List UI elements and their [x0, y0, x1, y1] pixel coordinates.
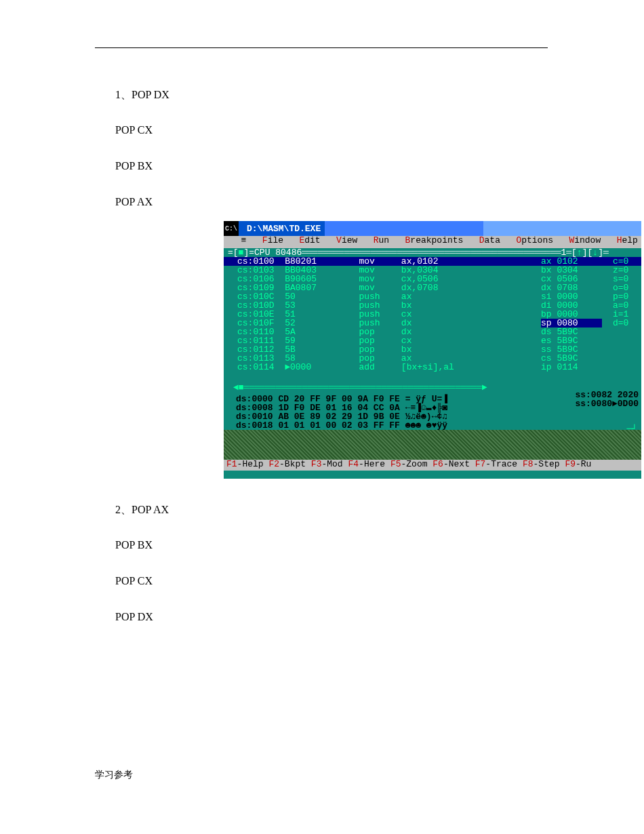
- desktop-background: [224, 430, 641, 460]
- reg-ip[interactable]: ip 0114: [541, 363, 602, 372]
- titlebar-gradient: [483, 221, 641, 236]
- header-rule: [95, 47, 548, 48]
- menu-data[interactable]: Data: [479, 235, 517, 245]
- dump-line[interactable]: ds:0018 01 01 01 00 02 03 FF FF ☻☻☻ ☻♥ÿÿ: [236, 421, 641, 430]
- code-panel[interactable]: cs:0100 B80201 mov ax,0102cs:0103 BB0403…: [224, 257, 641, 383]
- text-line: POP AX: [115, 196, 153, 208]
- debugger-window: C:\ D:\MASM\TD.EXE ≡ File Edit View Run …: [224, 221, 641, 479]
- text-line: 1、POP DX: [115, 88, 169, 102]
- fkey-f9[interactable]: F9-Ru: [565, 460, 591, 469]
- text-line: POP CX: [115, 124, 153, 136]
- text-line: POP CX: [115, 575, 153, 587]
- fkey-f8[interactable]: F8-Step: [523, 460, 565, 469]
- fkey-f4[interactable]: F4-Here: [348, 460, 390, 469]
- cmd-icon: C:\: [224, 221, 239, 236]
- text-line: POP BX: [115, 539, 153, 551]
- menu-view[interactable]: View: [336, 235, 374, 245]
- titlebar[interactable]: C:\ D:\MASM\TD.EXE: [224, 221, 641, 236]
- stack-panel[interactable]: ss:0082 2020ss:0080►0D00: [575, 391, 639, 408]
- menu-run[interactable]: Run: [374, 235, 405, 245]
- menu-window[interactable]: Window: [569, 235, 616, 245]
- flag[interactable]: d=0: [613, 319, 640, 327]
- menu-breakpoints[interactable]: Breakpoints: [405, 235, 479, 245]
- fkey-f1[interactable]: F1-Help: [226, 460, 268, 469]
- menubar[interactable]: ≡ File Edit View Run Breakpoints Data Op…: [224, 236, 641, 248]
- fkey-f2[interactable]: F2-Bkpt: [268, 460, 310, 469]
- function-key-bar[interactable]: F1-Help F2-Bkpt F3-Mod F4-Here F5-Zoom F…: [224, 460, 641, 471]
- menu-help[interactable]: Help: [617, 235, 644, 245]
- text-line: 2、POP AX: [115, 503, 169, 517]
- text-line: POP DX: [115, 611, 153, 623]
- fkey-f7[interactable]: F7-Trace: [475, 460, 523, 469]
- frame-corner: ─┘: [626, 424, 637, 433]
- stack-line[interactable]: ss:0080►0D00: [575, 399, 639, 408]
- fkey-f6[interactable]: F6-Next: [432, 460, 475, 469]
- flags-panel[interactable]: c=0z=0s=0o=0p=0a=0i=1d=0: [613, 257, 640, 327]
- window-title: D:\MASM\TD.EXE: [243, 224, 325, 233]
- fkey-f5[interactable]: F5-Zoom: [390, 460, 432, 469]
- fkey-f3[interactable]: F3-Mod: [311, 460, 348, 469]
- text-line: POP BX: [115, 160, 153, 172]
- menu-edit[interactable]: Edit: [299, 235, 336, 245]
- titlebar-gradient: [325, 221, 483, 236]
- footer-text: 学习参考: [95, 769, 133, 781]
- menu-options[interactable]: Options: [516, 235, 569, 245]
- registers-panel[interactable]: ax 0102bx 0304cx 0506dx 0708si 0000di 00…: [541, 257, 602, 372]
- menu-file[interactable]: File: [262, 235, 300, 245]
